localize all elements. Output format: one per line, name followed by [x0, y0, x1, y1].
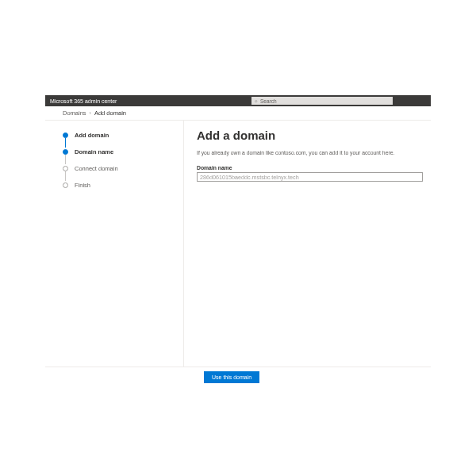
use-this-domain-button[interactable]: Use this domain — [204, 371, 259, 383]
domain-name-label: Domain name — [197, 165, 423, 171]
step-label: Domain name — [75, 148, 113, 155]
step-dot-icon — [63, 166, 68, 171]
step-add-domain[interactable]: Add domain — [63, 132, 183, 139]
wizard-sidebar: Add domain Domain name Connect domain Fi… — [45, 121, 184, 367]
content-area: Add domain Domain name Connect domain Fi… — [45, 121, 431, 367]
wizard-steps: Add domain Domain name Connect domain Fi… — [63, 132, 183, 189]
step-connector — [65, 171, 66, 181]
topbar: Microsoft 365 admin center ⌕ Search — [45, 95, 431, 106]
breadcrumb-root[interactable]: Domains — [63, 109, 86, 117]
step-label: Finish — [75, 182, 90, 189]
step-domain-name[interactable]: Domain name — [63, 148, 183, 155]
step-connector — [65, 138, 66, 148]
step-dot-icon — [63, 182, 68, 188]
app-title: Microsoft 365 admin center — [50, 98, 117, 104]
page-description: If you already own a domain like contoso… — [197, 150, 423, 155]
step-connector — [65, 155, 66, 164]
admin-window: Microsoft 365 admin center ⌕ Search Doma… — [45, 95, 431, 381]
main-panel: Add a domain If you already own a domain… — [184, 121, 431, 367]
step-label: Connect domain — [75, 165, 118, 172]
search-placeholder: Search — [260, 98, 277, 104]
search-input[interactable]: ⌕ Search — [251, 97, 393, 105]
chevron-right-icon: › — [90, 110, 91, 116]
page-heading: Add a domain — [197, 129, 423, 142]
step-connect-domain[interactable]: Connect domain — [63, 165, 183, 172]
step-dot-icon — [63, 132, 68, 138]
footer-bar: Use this domain — [45, 367, 431, 387]
step-label: Add domain — [75, 132, 109, 139]
breadcrumb: Domains › Add domain — [45, 106, 431, 121]
step-finish[interactable]: Finish — [63, 182, 183, 189]
search-icon: ⌕ — [255, 98, 258, 103]
step-dot-icon — [63, 149, 68, 155]
domain-name-input[interactable] — [197, 172, 423, 182]
breadcrumb-current: Add domain — [94, 109, 126, 117]
